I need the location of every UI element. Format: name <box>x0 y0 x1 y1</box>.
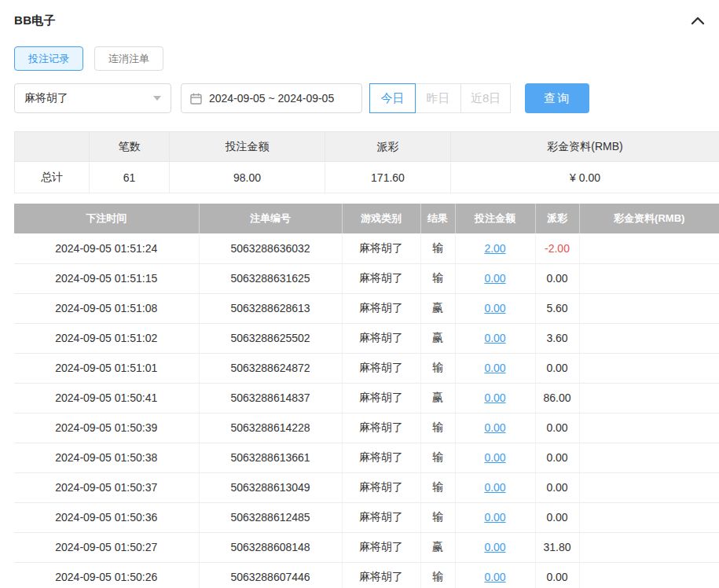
payout-cell: 3.60 <box>535 323 579 353</box>
bonus-cell <box>579 263 719 293</box>
bet-time-cell: 2024-09-05 01:50:41 <box>14 383 199 413</box>
bet-table-header-row: 下注时间 注单编号 游戏类别 结果 投注金额 派彩 彩金资料(RMB) <box>14 204 719 233</box>
bet-time-cell: 2024-09-05 01:50:27 <box>14 532 199 562</box>
payout-cell: 86.00 <box>535 383 579 413</box>
table-row: 2024-09-05 01:51:025063288625502麻将胡了赢0.0… <box>14 323 719 353</box>
payout-cell: 0.00 <box>535 413 579 443</box>
game-type-cell: 麻将胡了 <box>342 323 420 353</box>
payout-cell: -2.00 <box>535 233 579 263</box>
date-range-input[interactable]: 2024-09-05 ~ 2024-09-05 <box>181 83 362 113</box>
bet-amount-link[interactable]: 0.00 <box>484 421 505 434</box>
search-button[interactable]: 查询 <box>525 83 589 113</box>
tab-bet-records[interactable]: 投注记录 <box>14 46 83 71</box>
record-tabs: 投注记录 连消注单 <box>14 46 719 71</box>
bet-amount-cell: 0.00 <box>455 562 535 588</box>
bet-amount-cell: 0.00 <box>455 472 535 502</box>
bet-time-cell: 2024-09-05 01:51:02 <box>14 323 199 353</box>
order-id-cell: 5063288614837 <box>199 383 342 413</box>
game-select[interactable]: 麻将胡了 <box>14 83 171 113</box>
bet-amount-cell: 0.00 <box>455 293 535 323</box>
bet-amount-link[interactable]: 0.00 <box>484 541 505 553</box>
table-row: 2024-09-05 01:50:365063288612485麻将胡了输0.0… <box>14 502 719 532</box>
bonus-cell <box>579 443 719 472</box>
bet-record-panel: BB电子 投注记录 连消注单 麻将胡了 2024-09-05 ~ 2024-09… <box>0 0 719 588</box>
order-id-cell: 5063288607446 <box>199 562 342 588</box>
bet-table-body: 2024-09-05 01:51:245063288636032麻将胡了输2.0… <box>14 233 719 588</box>
bet-amount-cell: 0.00 <box>455 353 535 383</box>
bet-amount-link[interactable]: 0.00 <box>484 481 505 494</box>
bet-amount-link[interactable]: 0.00 <box>484 332 505 344</box>
calendar-icon <box>190 93 202 105</box>
bet-amount-cell: 2.00 <box>455 233 535 263</box>
bet-amount-link[interactable]: 0.00 <box>484 571 505 583</box>
order-id-cell: 5063288612485 <box>199 502 342 532</box>
game-type-cell: 麻将胡了 <box>342 353 420 383</box>
summary-header-row: 笔数 投注金额 派彩 彩金资料(RMB) <box>15 132 719 162</box>
game-type-cell: 麻将胡了 <box>342 562 420 588</box>
bet-time-cell: 2024-09-05 01:50:36 <box>14 502 199 532</box>
result-cell: 输 <box>420 562 455 588</box>
chevron-down-icon <box>153 96 161 101</box>
table-row: 2024-09-05 01:50:375063288613049麻将胡了输0.0… <box>14 472 719 502</box>
result-cell: 输 <box>420 443 455 472</box>
page-title: BB电子 <box>14 13 56 28</box>
result-cell: 输 <box>420 353 455 383</box>
payout-cell: 0.00 <box>535 562 579 588</box>
header-result: 结果 <box>420 204 455 233</box>
bet-amount-link[interactable]: 0.00 <box>484 451 505 464</box>
bet-amount-cell: 0.00 <box>455 413 535 443</box>
bet-amount-cell: 0.00 <box>455 263 535 293</box>
order-id-cell: 5063288608148 <box>199 532 342 562</box>
summary-total-row: 总计 61 98.00 171.60 ¥ 0.00 <box>15 162 719 193</box>
bet-amount-cell: 0.00 <box>455 532 535 562</box>
game-type-cell: 麻将胡了 <box>342 263 420 293</box>
bonus-cell <box>579 383 719 413</box>
bet-amount-cell: 0.00 <box>455 502 535 532</box>
bonus-cell <box>579 323 719 353</box>
game-type-cell: 麻将胡了 <box>342 413 420 443</box>
game-select-value: 麻将胡了 <box>24 91 68 105</box>
order-id-cell: 5063288614228 <box>199 413 342 443</box>
header-game-type: 游戏类别 <box>342 204 420 233</box>
summary-total-count: 61 <box>90 162 170 193</box>
table-row: 2024-09-05 01:50:275063288608148麻将胡了赢0.0… <box>14 532 719 562</box>
quick-button-yesterday[interactable]: 昨日 <box>415 83 461 113</box>
quick-button-last8days[interactable]: 近8日 <box>460 83 511 113</box>
bet-time-cell: 2024-09-05 01:51:01 <box>14 353 199 383</box>
bet-amount-link[interactable]: 0.00 <box>484 391 505 404</box>
bonus-cell <box>579 293 719 323</box>
bet-time-cell: 2024-09-05 01:51:08 <box>14 293 199 323</box>
bonus-cell <box>579 502 719 532</box>
result-cell: 输 <box>420 472 455 502</box>
order-id-cell: 5063288624872 <box>199 353 342 383</box>
payout-cell: 0.00 <box>535 443 579 472</box>
game-type-cell: 麻将胡了 <box>342 502 420 532</box>
bet-amount-link[interactable]: 0.00 <box>484 272 505 285</box>
bet-amount-cell: 0.00 <box>455 323 535 353</box>
bet-amount-link[interactable]: 2.00 <box>484 242 505 255</box>
game-type-cell: 麻将胡了 <box>342 472 420 502</box>
payout-cell: 31.80 <box>535 532 579 562</box>
result-cell: 赢 <box>420 323 455 353</box>
table-row: 2024-09-05 01:50:265063288607446麻将胡了输0.0… <box>14 562 719 588</box>
summary-header-empty <box>15 132 90 162</box>
payout-cell: 5.60 <box>535 293 579 323</box>
tab-cascading-orders[interactable]: 连消注单 <box>94 46 163 71</box>
header-payout: 派彩 <box>535 204 579 233</box>
bet-amount-link[interactable]: 0.00 <box>484 511 505 524</box>
bet-time-cell: 2024-09-05 01:51:15 <box>14 263 199 293</box>
game-type-cell: 麻将胡了 <box>342 532 420 562</box>
bet-amount-link[interactable]: 0.00 <box>484 362 505 374</box>
order-id-cell: 5063288628613 <box>199 293 342 323</box>
collapse-button[interactable] <box>689 14 706 27</box>
bet-time-cell: 2024-09-05 01:50:37 <box>14 472 199 502</box>
bet-amount-link[interactable]: 0.00 <box>484 302 505 314</box>
bet-time-cell: 2024-09-05 01:50:38 <box>14 443 199 472</box>
quick-button-today[interactable]: 今日 <box>369 83 416 113</box>
quick-date-buttons: 今日 昨日 近8日 <box>369 83 511 113</box>
order-id-cell: 5063288636032 <box>199 233 342 263</box>
bonus-cell <box>579 353 719 383</box>
game-type-cell: 麻将胡了 <box>342 443 420 472</box>
table-row: 2024-09-05 01:50:385063288613661麻将胡了输0.0… <box>14 443 719 472</box>
payout-cell: 0.00 <box>535 502 579 532</box>
